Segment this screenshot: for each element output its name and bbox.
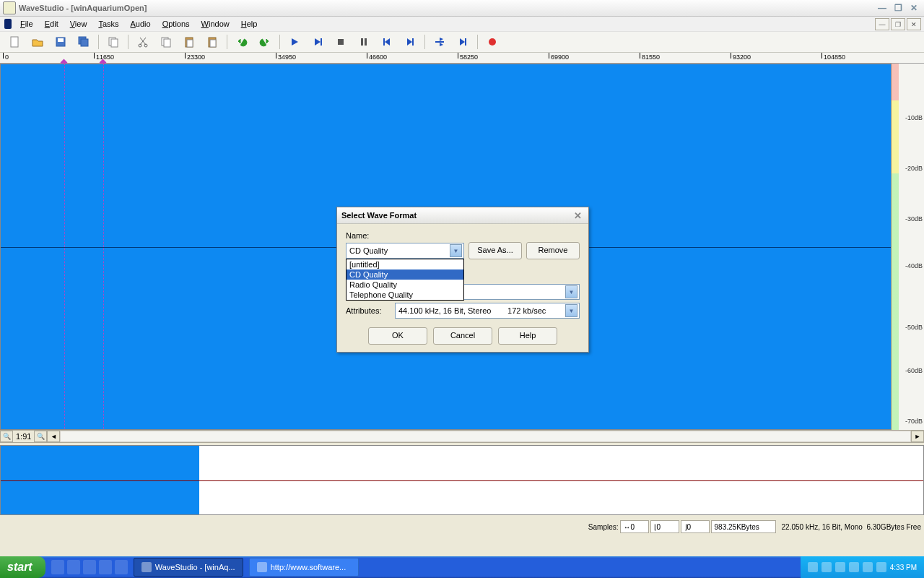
play-button[interactable] [284,33,305,51]
app-title: WaveStudio - [winAquariumOpen] [19,4,875,12]
dropdown-arrow-icon[interactable]: ▼ [565,285,578,298]
tray-icon[interactable] [863,562,873,572]
start-button[interactable]: start [0,556,45,578]
system-tray: 4:33 PM [801,556,924,578]
samples-start: ↔ 0 [620,520,649,533]
attributes-label: Attributes: [346,306,391,315]
dropdown-arrow-icon[interactable]: ▼ [565,304,578,317]
quick-launch-item[interactable] [51,560,64,574]
statusbar: Samples: ↔ 0 ⌊ 0 ⌋ 0 983.25KBytes 22.050… [0,515,924,538]
taskbar-task[interactable]: http://www.software... [249,558,359,577]
paste-button[interactable] [179,33,199,51]
goto-end-button[interactable] [453,33,473,51]
horizontal-scroll[interactable]: 🔍 1:91 🔍 ◄ ► [0,430,924,443]
undo-button[interactable] [232,33,252,51]
pause-button[interactable] [354,33,374,51]
svg-rect-16 [338,39,344,45]
paste-mix-button[interactable] [202,33,222,51]
svg-point-23 [489,38,496,46]
svg-rect-17 [361,38,363,46]
quick-launch-item[interactable] [67,560,80,574]
db-label: -50dB [905,324,923,331]
select-wave-format-dialog: Select Wave Format ✕ Name: CD Quality ▼ … [336,207,589,353]
zoom-in-button[interactable]: 🔍 [34,431,47,442]
menu-help[interactable]: Help [237,18,262,30]
quick-launch-item[interactable] [115,560,128,574]
toolbar [0,32,924,53]
quick-launch [51,560,128,574]
tray-icon[interactable] [835,562,845,572]
menu-file[interactable]: File [16,18,38,30]
attributes-combobox[interactable]: 44.100 kHz, 16 Bit, Stereo 172 kb/sec ▼ [395,303,580,319]
app-titlebar: WaveStudio - [winAquariumOpen] — ❐ ✕ [0,0,924,17]
cancel-button[interactable]: Cancel [433,327,492,345]
dropdown-option[interactable]: Telephone Quality [346,290,463,300]
close-button[interactable]: ✕ [907,2,921,14]
maximize-button[interactable]: ❐ [891,2,905,14]
save-all-button[interactable] [74,33,94,51]
svg-rect-15 [321,38,322,46]
taskbar-task[interactable]: WaveStudio - [winAq... [134,558,243,577]
tray-icon[interactable] [876,562,886,572]
svg-rect-14 [210,40,216,47]
time-ruler[interactable]: 0116502330034950466005825069900815509320… [0,53,924,64]
ok-button[interactable]: OK [368,327,427,345]
zoom-out-button[interactable]: 🔍 [0,431,13,442]
scroll-track[interactable] [60,431,911,442]
new-button[interactable] [4,33,25,51]
attributes-value: 44.100 kHz, 16 Bit, Stereo [398,306,491,315]
tray-icon[interactable] [849,562,859,572]
mdi-minimize[interactable]: — [875,18,889,30]
minimize-button[interactable]: — [875,2,889,14]
prev-button[interactable] [377,33,397,51]
redo-button[interactable] [255,33,275,51]
save-as-button[interactable]: Save As... [468,242,522,259]
menu-view[interactable]: View [66,18,92,30]
scroll-right-button[interactable]: ► [911,431,924,442]
save-button[interactable] [51,33,71,51]
play-loop-button[interactable] [308,33,328,51]
copy-button[interactable] [103,33,123,51]
menu-window[interactable]: Window [197,18,234,30]
cut-button[interactable] [133,33,153,51]
dialog-titlebar[interactable]: Select Wave Format ✕ [337,207,588,224]
dropdown-option[interactable]: CD Quality [346,269,463,280]
stop-button[interactable] [331,33,351,51]
cursor-marker-1[interactable] [64,64,66,429]
record-button[interactable] [482,33,502,51]
menu-options[interactable]: Options [158,18,194,30]
quick-launch-item[interactable] [99,560,112,574]
dropdown-option[interactable]: [untitled] [346,259,463,269]
disk-free: 6.30GBytes Free [866,523,921,531]
mdi-restore[interactable]: ❐ [891,18,905,30]
menubar-gripper [4,19,12,29]
next-button[interactable] [400,33,420,51]
dropdown-option[interactable]: Radio Quality [346,280,463,290]
help-button[interactable]: Help [498,327,557,345]
svg-rect-4 [81,39,88,46]
clock[interactable]: 4:33 PM [890,564,917,571]
menu-edit[interactable]: Edit [40,18,63,30]
menu-audio[interactable]: Audio [126,18,155,30]
dialog-close-button[interactable]: ✕ [571,210,584,221]
tray-icon[interactable] [808,562,818,572]
tray-icon[interactable] [821,562,832,572]
scroll-left-button[interactable]: ◄ [47,431,60,442]
db-label: -40dB [905,262,923,269]
svg-rect-12 [187,40,193,47]
name-value: CD Quality [349,246,388,255]
goto-start-button[interactable] [430,33,450,51]
open-button[interactable] [27,33,48,51]
mdi-close[interactable]: ✕ [907,18,921,30]
svg-rect-18 [365,38,367,46]
cursor-marker-2[interactable] [103,64,105,429]
quick-launch-item[interactable] [83,560,96,574]
bitrate-value: 172 kb/sec [507,306,546,315]
menu-tasks[interactable]: Tasks [94,18,123,30]
remove-button[interactable]: Remove [526,242,580,259]
waveform-overview[interactable] [0,445,924,515]
copy2-button[interactable] [156,33,176,51]
svg-rect-22 [465,38,466,46]
dropdown-arrow-icon[interactable]: ▼ [450,244,462,257]
name-combobox[interactable]: CD Quality ▼ [untitled]CD QualityRadio Q… [346,243,464,259]
